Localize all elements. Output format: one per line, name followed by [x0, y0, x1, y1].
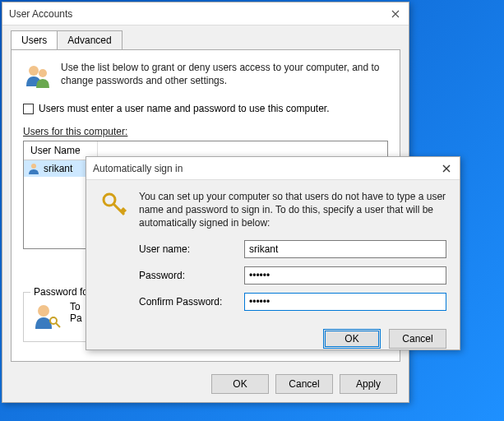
intro-row: Use the list below to grant or deny user… [23, 62, 388, 91]
confirm-password-label: Confirm Password: [139, 296, 244, 308]
user-icon [27, 162, 40, 175]
svg-point-5 [104, 194, 115, 206]
svg-point-1 [39, 69, 47, 77]
svg-point-4 [50, 317, 57, 324]
auto-signin-form: User name: Password: Confirm Password: [86, 240, 460, 329]
cancel-button[interactable]: Cancel [275, 374, 333, 394]
svg-point-3 [38, 305, 49, 317]
users-list-label: Users for this computer: [23, 126, 388, 137]
tab-strip: Users Advanced [2, 25, 409, 49]
username-label: User name: [139, 243, 244, 255]
password-label: Password: [139, 270, 244, 281]
modal-body: You can set up your computer so that use… [86, 180, 460, 240]
must-login-checkbox[interactable]: Users must enter a user name and passwor… [23, 103, 388, 114]
users-icon [23, 62, 53, 91]
password-line2: Pa [70, 312, 82, 324]
checkbox-label: Users must enter a user name and passwor… [39, 103, 330, 114]
svg-point-0 [29, 66, 39, 76]
apply-button[interactable]: Apply [340, 374, 397, 394]
password-line1: To [70, 301, 82, 312]
ok-button[interactable]: OK [211, 374, 269, 394]
svg-point-2 [31, 164, 36, 169]
modal-text: You can set up your computer so that use… [139, 190, 446, 230]
modal-titlebar: Automatically sign in [86, 157, 460, 180]
confirm-password-field[interactable] [244, 293, 446, 311]
modal-button-row: OK Cancel [86, 329, 460, 359]
auto-signin-dialog: Automatically sign in You can set up you… [86, 156, 460, 350]
cancel-button[interactable]: Cancel [389, 329, 446, 349]
username-field[interactable] [244, 240, 446, 258]
intro-text: Use the list below to grant or deny user… [61, 62, 388, 87]
modal-title: Automatically sign in [93, 163, 440, 174]
password-field[interactable] [244, 266, 446, 285]
ok-button[interactable]: OK [323, 329, 381, 349]
dialog-button-row: OK Cancel Apply [211, 374, 397, 394]
key-user-icon [32, 301, 62, 333]
close-icon[interactable] [389, 7, 402, 21]
list-item-name: srikant [44, 163, 72, 174]
titlebar: User Accounts [2, 2, 409, 25]
keys-icon [99, 190, 129, 220]
checkbox-box-icon [23, 104, 34, 114]
window-title: User Accounts [9, 8, 389, 20]
tab-users[interactable]: Users [11, 30, 58, 49]
tab-advanced[interactable]: Advanced [57, 30, 122, 49]
close-icon[interactable] [440, 162, 453, 175]
